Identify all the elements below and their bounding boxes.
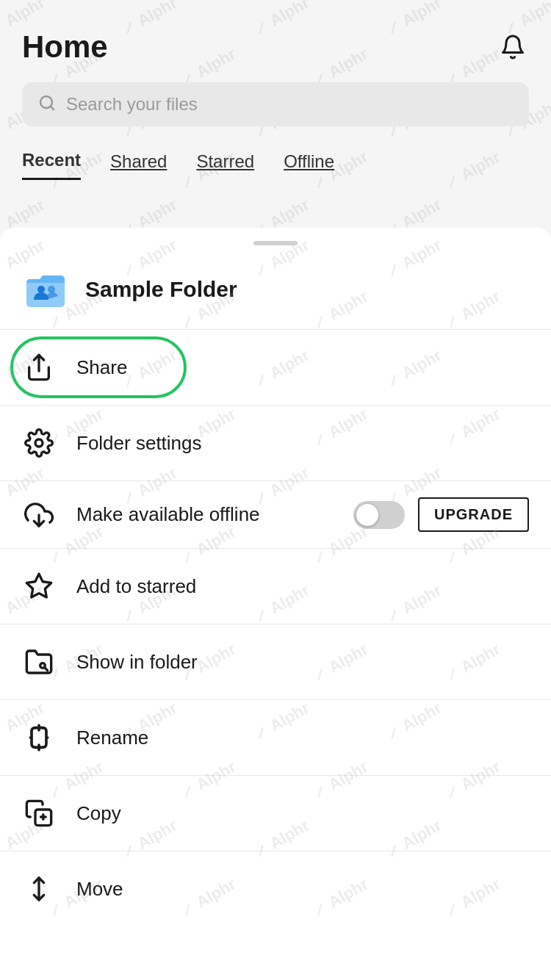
folder-header: Sample Folder <box>0 253 551 329</box>
svg-point-6 <box>35 439 43 447</box>
bottom-sheet: ⟋ Alphr ⟋ Alphr ⟋ Alphr ⟋ Alphr ⟋ Alphr … <box>0 228 551 943</box>
svg-line-10 <box>45 668 47 670</box>
menu-item-copy[interactable]: Copy <box>0 776 551 851</box>
move-icon <box>22 872 56 906</box>
show-folder-label: Show in folder <box>76 651 198 674</box>
svg-point-4 <box>48 286 55 293</box>
copy-icon <box>22 796 56 830</box>
drag-handle[interactable] <box>0 228 551 253</box>
menu-item-starred[interactable]: Add to starred <box>0 549 551 624</box>
svg-point-3 <box>37 286 45 293</box>
folder-settings-label: Folder settings <box>76 432 202 455</box>
menu-item-rename[interactable]: Rename <box>0 700 551 775</box>
star-icon <box>22 569 56 603</box>
tab-starred[interactable]: Starred <box>196 151 254 179</box>
offline-toggle[interactable] <box>353 501 405 529</box>
menu-item-offline[interactable]: Make available offline UPGRADE <box>0 481 551 548</box>
page-title: Home <box>22 29 108 65</box>
search-placeholder-text: Search your files <box>66 94 198 115</box>
search-bar[interactable]: Search your files <box>22 82 529 126</box>
header-content: Home Search your files Recent <box>22 29 529 180</box>
header-background: ⟋ Alphr ⟋ Alphr ⟋ Alphr ⟋ Alphr ⟋ Alphr … <box>0 0 551 242</box>
upgrade-button[interactable]: UPGRADE <box>418 497 529 532</box>
search-icon <box>38 94 56 115</box>
header-top: Home <box>22 29 529 65</box>
download-cloud-icon <box>22 498 56 532</box>
move-label: Move <box>76 878 123 901</box>
toggle-knob <box>356 504 378 526</box>
tab-shared[interactable]: Shared <box>110 151 167 179</box>
menu-item-share[interactable]: Share <box>0 330 551 405</box>
copy-label: Copy <box>76 802 121 825</box>
cursor-icon <box>22 721 56 754</box>
tab-recent[interactable]: Recent <box>22 150 81 180</box>
svg-line-1 <box>51 107 54 109</box>
notification-bell-icon[interactable] <box>497 31 529 63</box>
tab-offline[interactable]: Offline <box>284 151 334 179</box>
folder-icon <box>22 266 69 313</box>
toggle-container: UPGRADE <box>353 497 529 532</box>
svg-marker-8 <box>26 574 51 597</box>
folder-name-label: Sample Folder <box>85 277 237 302</box>
share-label: Share <box>76 356 127 379</box>
drag-handle-bar <box>253 241 298 245</box>
menu-item-show-folder[interactable]: Show in folder <box>0 624 551 699</box>
starred-label: Add to starred <box>76 575 196 598</box>
offline-label: Make available offline <box>76 503 333 526</box>
menu-item-move[interactable]: Move <box>0 851 551 913</box>
gear-icon <box>22 426 56 460</box>
tabs-row: Recent Shared Starred Offline <box>22 150 529 180</box>
svg-rect-2 <box>26 279 65 307</box>
share-icon <box>22 350 56 384</box>
folder-search-icon <box>22 645 56 679</box>
menu-item-folder-settings[interactable]: Folder settings <box>0 406 551 480</box>
rename-label: Rename <box>76 727 148 749</box>
